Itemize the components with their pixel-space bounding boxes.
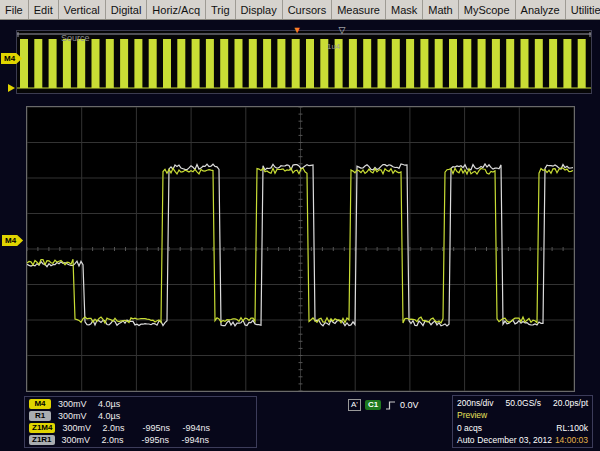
vertical-scale: 300mV — [62, 435, 95, 445]
menu-item-math[interactable]: Math — [423, 0, 458, 19]
trigger-source-badge[interactable]: C1 — [365, 400, 381, 410]
vertical-scale: 300mV — [62, 423, 95, 433]
menu-item-analyze[interactable]: Analyze — [516, 0, 566, 19]
time-label: 14:00:03 — [555, 435, 588, 445]
preview-status: Preview — [457, 410, 487, 420]
timebase: 200ns/div — [457, 398, 493, 408]
record-length: RL:100k — [556, 423, 588, 433]
overview-waveform — [17, 31, 591, 93]
channel-badge-z1r1[interactable]: Z1R1 — [29, 435, 55, 445]
resolution: 20.0ps/pt — [553, 398, 588, 408]
channel-marker-m4-main[interactable]: M4 — [2, 235, 23, 246]
menu-item-mask[interactable]: Mask — [386, 0, 423, 19]
horizontal-scale: 2.0ns — [102, 435, 135, 445]
menu-item-digital[interactable]: Digital — [106, 0, 148, 19]
menu-item-trig[interactable]: Trig — [206, 0, 236, 19]
cursor-b-position: -994ns — [182, 435, 215, 445]
menu-item-myscope[interactable]: MyScope — [459, 0, 516, 19]
status-bar: M4 300mV 4.0µs R1 300mV 4.0µs Z1M4 300mV… — [0, 392, 600, 451]
rising-edge-icon — [385, 400, 396, 411]
menu-item-horiz-acq[interactable]: Horiz/Acq — [147, 0, 206, 19]
cursor-a-position: -995ns — [142, 423, 175, 433]
acq-count-row: 0 acqs RL:100k — [457, 423, 588, 433]
oscilloscope-app: File Edit Vertical Digital Horiz/Acq Tri… — [0, 0, 600, 451]
acq-count: 0 acqs — [457, 423, 482, 433]
readout-row-m4: M4 300mV 4.0µs — [29, 399, 252, 410]
menu-item-cursors[interactable]: Cursors — [283, 0, 333, 19]
menu-item-vertical[interactable]: Vertical — [59, 0, 106, 19]
preview-row: Preview — [457, 410, 588, 420]
menu-bar: File Edit Vertical Digital Horiz/Acq Tri… — [0, 0, 600, 20]
menu-item-utilities[interactable]: Utilities — [566, 0, 600, 19]
acquisition-readout: 200ns/div 50.0GS/s 20.0ps/pt Preview 0 a… — [452, 395, 593, 448]
date-label: December 03, 2012 — [477, 435, 552, 445]
menu-item-edit[interactable]: Edit — [29, 0, 59, 19]
readout-row-z1m4: Z1M4 300mV 2.0ns -995ns -994ns — [29, 423, 252, 434]
overview-strip: Source ▼ ▽ 1u4 M4 — [16, 30, 592, 94]
cursor-b-position: -994ns — [182, 423, 215, 433]
horizontal-scale: 2.0ns — [102, 423, 135, 433]
cursor-a-position: -995ns — [142, 435, 175, 445]
datetime-row: Auto December 03, 2012 14:00:03 — [457, 435, 588, 445]
readout-row-z1r1: Z1R1 300mV 2.0ns -995ns -994ns — [29, 435, 252, 446]
readout-row-r1: R1 300mV 4.0µs — [29, 411, 252, 422]
trigger-readout: A' C1 0.0V — [348, 399, 419, 411]
menu-item-file[interactable]: File — [0, 0, 29, 19]
vertical-scale: 300mV — [58, 411, 91, 421]
menu-item-measure[interactable]: Measure — [332, 0, 386, 19]
sample-rate: 50.0GS/s — [505, 398, 540, 408]
ground-marker-icon[interactable] — [8, 84, 15, 92]
trigger-position-marker-icon[interactable]: ▼ — [293, 26, 302, 35]
menu-item-display[interactable]: Display — [236, 0, 283, 19]
trigger-mode: Auto — [457, 435, 475, 445]
horizontal-scale: 4.0µs — [98, 399, 131, 409]
waveform-display — [27, 107, 574, 391]
vertical-scale: 300mV — [58, 399, 91, 409]
horizontal-readout: 200ns/div 50.0GS/s 20.0ps/pt — [457, 398, 588, 408]
main-display: M4 — [26, 106, 575, 392]
channel-badge-z1m4[interactable]: Z1M4 — [29, 423, 55, 433]
horizontal-scale: 4.0µs — [98, 411, 131, 421]
trigger-a-label[interactable]: A' — [348, 399, 361, 411]
channel-badge-m4[interactable]: M4 — [29, 399, 51, 409]
source-label: Source — [61, 33, 90, 43]
channel-badge-r1[interactable]: R1 — [29, 411, 51, 421]
trigger-level: 0.0V — [400, 400, 419, 410]
zoom-position-marker-icon[interactable]: ▽ — [338, 26, 345, 35]
channel-readouts: M4 300mV 4.0µs R1 300mV 4.0µs Z1M4 300mV… — [24, 396, 257, 448]
zoom-marker-label: 1u4 — [327, 42, 340, 51]
